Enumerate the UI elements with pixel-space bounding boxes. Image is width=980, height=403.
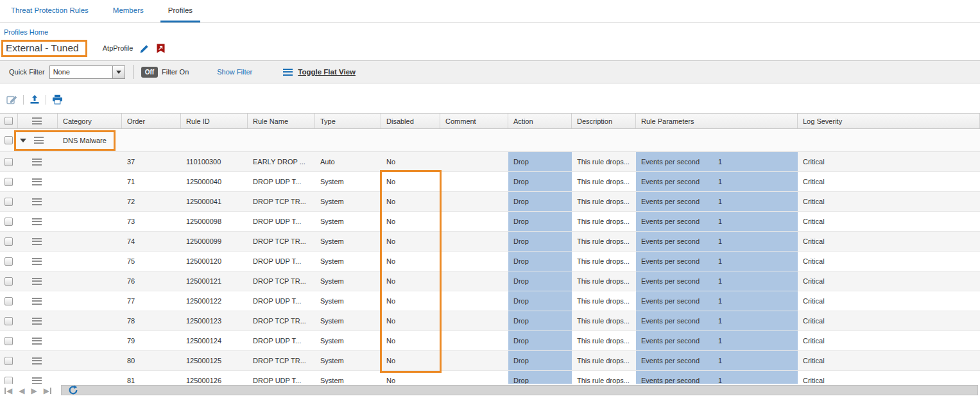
- drag-handle-icon[interactable]: [32, 198, 42, 205]
- column-header-rule-parameters[interactable]: Rule Parameters: [636, 114, 798, 128]
- remove-profile-button[interactable]: [157, 44, 165, 53]
- cell-rule-parameters[interactable]: Events per second1: [636, 172, 798, 191]
- row-checkbox[interactable]: [4, 297, 13, 305]
- row-checkbox[interactable]: [4, 237, 13, 246]
- row-checkbox[interactable]: [4, 377, 13, 384]
- cell-rule-parameters[interactable]: Events per second1: [636, 232, 798, 251]
- row-checkbox[interactable]: [4, 198, 13, 206]
- quick-filter-value: None: [50, 68, 112, 76]
- column-header-rule-id[interactable]: Rule ID: [181, 114, 248, 128]
- last-page-button[interactable]: ▶: [44, 386, 52, 395]
- group-row-dns-malware[interactable]: DNS Malware: [0, 129, 980, 152]
- drag-handle-icon[interactable]: [32, 278, 42, 285]
- edit-profile-button[interactable]: [140, 44, 150, 53]
- table-row[interactable]: 71 125000040 DROP UDP T... System No Dro…: [0, 172, 980, 192]
- cell-rule-id: 125000040: [181, 172, 248, 191]
- cell-rule-parameters[interactable]: Events per second1: [636, 351, 798, 370]
- column-header-disabled[interactable]: Disabled: [381, 114, 440, 128]
- row-checkbox[interactable]: [4, 158, 13, 166]
- drag-handle-icon[interactable]: [34, 137, 44, 144]
- collapse-arrow-icon[interactable]: [20, 139, 26, 142]
- edit-rules-button[interactable]: [6, 94, 17, 105]
- table-row[interactable]: 72 125000041 DROP TCP TR... System No Dr…: [0, 192, 980, 212]
- cell-rule-parameters[interactable]: Events per second1: [636, 271, 798, 291]
- row-checkbox[interactable]: [4, 218, 13, 226]
- row-drag-cell: [18, 212, 58, 231]
- first-page-button[interactable]: ◀: [4, 386, 12, 395]
- cell-rule-parameters[interactable]: Events per second1: [636, 331, 798, 350]
- cell-action[interactable]: Drop: [508, 331, 572, 350]
- cell-action[interactable]: Drop: [508, 152, 572, 171]
- drag-handle-icon[interactable]: [32, 298, 42, 305]
- cell-rule-parameters[interactable]: Events per second1: [636, 311, 798, 330]
- column-header-comment[interactable]: Comment: [440, 114, 508, 128]
- filter-toggle[interactable]: Off: [141, 67, 158, 78]
- table-row[interactable]: 78 125000123 DROP TCP TR... System No Dr…: [0, 311, 980, 331]
- cell-action[interactable]: Drop: [508, 212, 572, 231]
- table-row[interactable]: 75 125000120 DROP UDP T... System No Dro…: [0, 252, 980, 271]
- column-header-type[interactable]: Type: [315, 114, 381, 128]
- table-row[interactable]: 77 125000122 DROP UDP T... System No Dro…: [0, 291, 980, 311]
- tab-members[interactable]: Members: [105, 0, 151, 22]
- drag-handle-icon[interactable]: [32, 218, 42, 225]
- column-header-category[interactable]: Category: [58, 114, 122, 128]
- show-filter-link[interactable]: Show Filter: [217, 68, 252, 76]
- table-row[interactable]: 81 125000126 DROP UDP T... System No Dro…: [0, 371, 980, 384]
- table-row[interactable]: 80 125000125 DROP TCP TR... System No Dr…: [0, 351, 980, 371]
- table-row[interactable]: 76 125000121 DROP TCP TR... System No Dr…: [0, 271, 980, 291]
- refresh-button[interactable]: [68, 385, 78, 395]
- cell-action[interactable]: Drop: [508, 351, 572, 370]
- column-header-log-severity[interactable]: Log Severity: [798, 114, 980, 128]
- row-checkbox[interactable]: [4, 337, 13, 345]
- drag-handle-icon[interactable]: [32, 238, 42, 245]
- cell-rule-parameters[interactable]: Events per second1: [636, 252, 798, 271]
- upload-button[interactable]: [30, 94, 40, 105]
- toggle-flat-view-link[interactable]: Toggle Flat View: [283, 68, 356, 76]
- drag-handle-icon[interactable]: [32, 357, 42, 364]
- tab-profiles[interactable]: Profiles: [160, 0, 200, 22]
- drag-handle-icon[interactable]: [32, 258, 42, 265]
- drag-handle-icon[interactable]: [32, 178, 42, 185]
- cell-rule-parameters[interactable]: Events per second1: [636, 152, 798, 171]
- column-header-description[interactable]: Description: [572, 114, 636, 128]
- cell-action[interactable]: Drop: [508, 291, 572, 311]
- column-header-action[interactable]: Action: [508, 114, 572, 128]
- table-row[interactable]: 79 125000124 DROP UDP T... System No Dro…: [0, 331, 980, 351]
- cell-action[interactable]: Drop: [508, 252, 572, 271]
- quick-filter-select[interactable]: None: [49, 65, 125, 79]
- row-checkbox[interactable]: [4, 178, 13, 186]
- cell-rule-parameters[interactable]: Events per second1: [636, 212, 798, 231]
- cell-action[interactable]: Drop: [508, 311, 572, 330]
- cell-rule-parameters[interactable]: Events per second1: [636, 291, 798, 311]
- horizontal-scrollbar[interactable]: [61, 385, 978, 395]
- column-header-rule-name[interactable]: Rule Name: [248, 114, 315, 128]
- cell-action[interactable]: Drop: [508, 271, 572, 291]
- prev-page-button[interactable]: ◀: [19, 386, 24, 395]
- drag-handle-icon[interactable]: [32, 318, 42, 325]
- row-checkbox[interactable]: [4, 277, 13, 286]
- cell-rule-parameters[interactable]: Events per second1: [636, 192, 798, 211]
- table-row[interactable]: 74 125000099 DROP TCP TR... System No Dr…: [0, 232, 980, 252]
- print-button[interactable]: [52, 94, 63, 105]
- cell-action[interactable]: Drop: [508, 172, 572, 191]
- row-checkbox[interactable]: [4, 317, 13, 325]
- drag-handle-icon[interactable]: [32, 338, 42, 345]
- row-checkbox[interactable]: [4, 357, 13, 365]
- quick-filter-dropdown-button[interactable]: [112, 66, 125, 78]
- cell-action[interactable]: Drop: [508, 192, 572, 211]
- cell-action[interactable]: Drop: [508, 232, 572, 251]
- next-page-button[interactable]: ▶: [31, 386, 37, 395]
- drag-handle-icon[interactable]: [32, 377, 42, 384]
- group-checkbox[interactable]: [4, 136, 13, 144]
- table-row[interactable]: 73 125000098 DROP UDP T... System No Dro…: [0, 212, 980, 232]
- cell-rule-parameters[interactable]: Events per second1: [636, 371, 798, 384]
- tab-threat-protection-rules[interactable]: Threat Protection Rules: [3, 0, 96, 22]
- table-row[interactable]: 37 110100300 EARLY DROP ... Auto No Drop…: [0, 152, 980, 172]
- select-all-checkbox[interactable]: [4, 117, 13, 125]
- cell-description: This rule drops...: [572, 271, 636, 291]
- column-header-order[interactable]: Order: [122, 114, 181, 128]
- drag-handle-icon[interactable]: [32, 159, 42, 166]
- row-checkbox[interactable]: [4, 257, 13, 266]
- cell-action[interactable]: Drop: [508, 371, 572, 384]
- breadcrumb-profiles-home[interactable]: Profiles Home: [4, 28, 980, 37]
